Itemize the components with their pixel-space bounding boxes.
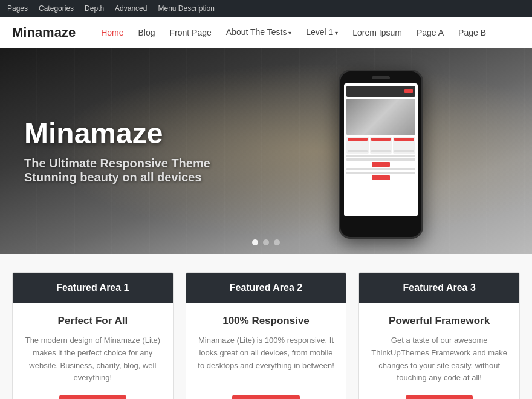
phone-screen-inner xyxy=(344,83,418,184)
featured-card-3-title: Powerful Framework xyxy=(389,315,490,327)
site-logo[interactable]: Minamaze xyxy=(12,25,76,41)
featured-card-1: Featured Area 1 Perfect For All The mode… xyxy=(12,272,174,399)
hero-title: Minamaze xyxy=(24,118,508,150)
hero-subtitle: The Ultimate Responsive Theme Stunning b… xyxy=(24,157,508,184)
hero-dot-3[interactable] xyxy=(274,239,280,245)
nav-link-page-a[interactable]: Page A xyxy=(409,17,451,48)
phone-card-3 xyxy=(393,137,415,154)
featured-card-1-read-more[interactable]: Read More xyxy=(59,395,126,399)
featured-card-3-read-more[interactable]: Read More xyxy=(406,395,473,399)
featured-card-2-read-more[interactable]: Read More xyxy=(232,395,299,399)
nav-link-about[interactable]: About The Tests xyxy=(219,16,299,49)
featured-card-1-title: Perfect For All xyxy=(58,315,128,327)
phone-screen-image xyxy=(346,99,415,135)
hero-dots xyxy=(252,239,280,245)
phone-card-row xyxy=(346,137,415,154)
nav-link-home[interactable]: Home xyxy=(94,17,131,48)
hero-dot-2[interactable] xyxy=(263,239,269,245)
nav-link-front-page[interactable]: Front Page xyxy=(163,17,219,48)
admin-bar-advanced[interactable]: Advanced xyxy=(115,4,147,13)
nav-link-level1[interactable]: Level 1 xyxy=(299,16,345,49)
hero-section: Minamaze The Ultimate Responsive Theme S… xyxy=(0,48,532,254)
nav-item-home[interactable]: Home xyxy=(94,17,131,48)
admin-bar-menu-description[interactable]: Menu Description xyxy=(158,4,214,13)
site-header: Minamaze Home Blog Front Page About The … xyxy=(0,17,532,48)
nav-item-front-page[interactable]: Front Page xyxy=(163,17,219,48)
hero-dot-1[interactable] xyxy=(252,239,258,245)
featured-card-2-title: 100% Responsive xyxy=(222,315,310,327)
phone-card-1 xyxy=(346,137,369,154)
phone-screen xyxy=(344,83,418,216)
nav-item-level1[interactable]: Level 1 xyxy=(299,16,345,49)
phone-text-3 xyxy=(346,168,415,170)
phone-mockup xyxy=(339,70,423,239)
nav-link-lorem[interactable]: Lorem Ipsum xyxy=(345,17,409,48)
featured-card-1-header: Featured Area 1 xyxy=(13,273,173,303)
featured-section: Featured Area 1 Perfect For All The mode… xyxy=(0,254,532,399)
nav-item-blog[interactable]: Blog xyxy=(131,17,163,48)
phone-card-2 xyxy=(370,137,392,154)
main-nav: Home Blog Front Page About The Tests Lev… xyxy=(94,16,493,49)
phone-text-1 xyxy=(346,155,415,157)
nav-item-about[interactable]: About The Tests xyxy=(219,16,299,49)
admin-bar-depth[interactable]: Depth xyxy=(85,4,104,13)
featured-card-2-text: Minamaze (Lite) is 100% responsive. It l… xyxy=(196,334,337,384)
featured-card-3-header: Featured Area 3 xyxy=(359,273,519,303)
featured-card-2: Featured Area 2 100% Responsive Minamaze… xyxy=(186,272,347,399)
hero-content: Minamaze The Ultimate Responsive Theme S… xyxy=(0,100,532,203)
featured-card-1-text: The modern design of Minamaze (Lite) mak… xyxy=(22,334,163,384)
phone-text-2 xyxy=(346,158,415,161)
nav-item-page-b[interactable]: Page B xyxy=(451,17,493,48)
phone-text-4 xyxy=(346,172,415,174)
featured-card-2-body: 100% Responsive Minamaze (Lite) is 100% … xyxy=(186,303,346,399)
admin-bar: Pages Categories Depth Advanced Menu Des… xyxy=(0,0,532,17)
phone-notch xyxy=(372,76,390,79)
phone-screen-header xyxy=(346,86,415,97)
featured-card-3-body: Powerful Framework Get a taste of our aw… xyxy=(359,303,519,399)
featured-card-3-text: Get a taste of our awesome ThinkUpThemes… xyxy=(369,334,510,384)
nav-item-page-a[interactable]: Page A xyxy=(409,17,451,48)
admin-bar-pages[interactable]: Pages xyxy=(7,4,28,13)
featured-card-2-header: Featured Area 2 xyxy=(186,273,346,303)
phone-header-accent xyxy=(404,89,413,93)
nav-item-lorem[interactable]: Lorem Ipsum xyxy=(345,17,409,48)
admin-bar-categories[interactable]: Categories xyxy=(39,4,74,13)
phone-button-2 xyxy=(372,175,390,180)
featured-card-1-body: Perfect For All The modern design of Min… xyxy=(13,303,173,399)
nav-link-blog[interactable]: Blog xyxy=(131,17,163,48)
phone-button xyxy=(372,162,390,167)
featured-card-3: Featured Area 3 Powerful Framework Get a… xyxy=(358,272,520,399)
nav-link-page-b[interactable]: Page B xyxy=(451,17,493,48)
